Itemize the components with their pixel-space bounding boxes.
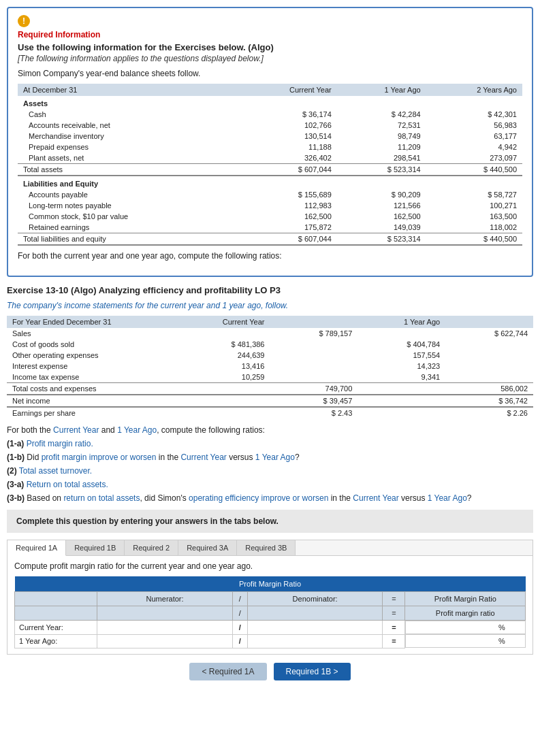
question-1b: (1-b) Did profit margin improve or worse… (7, 453, 533, 462)
question-2: (2) Total asset turnover. (7, 466, 533, 476)
row-label: Accounts receivable, net (18, 120, 237, 131)
tab-instruction: Compute profit margin ratio for the curr… (14, 561, 526, 571)
total-liabilities-y1: $ 523,314 (337, 233, 426, 246)
col-equals2: = (383, 606, 405, 621)
row-cy2: $ 39,457 (270, 395, 358, 407)
row-y1b (445, 339, 533, 350)
row-y1b: $ 36,742 (445, 395, 533, 407)
row-y2: $ 58,727 (426, 189, 522, 200)
eps-row: Earnings per share $ 2.43 $ 2.26 (7, 407, 533, 418)
row-y1a (358, 383, 445, 395)
cy-equals: = (383, 621, 405, 635)
y1-pct: % (498, 637, 505, 645)
profit-margin-table: Profit Margin Ratio Numerator: / Denomin… (14, 576, 526, 648)
prev-button[interactable]: < Required 1A (189, 663, 266, 680)
total-liabilities-row: Total liabilities and equity $ 607,044 $… (18, 233, 522, 246)
tab-content: Compute profit margin ratio for the curr… (7, 556, 533, 654)
y1-result-input[interactable] (410, 637, 498, 645)
tabs-container: Required 1A Required 1B Required 2 Requi… (7, 540, 533, 655)
questions-section: For both the Current Year and 1 Year Ago… (7, 425, 533, 503)
tabs-row: Required 1A Required 1B Required 2 Requi… (7, 540, 533, 556)
row-label: Net income (7, 395, 182, 407)
next-button[interactable]: Required 1B > (274, 663, 351, 680)
tab-required-3b[interactable]: Required 3B (237, 540, 296, 555)
row-y1: 98,749 (337, 131, 426, 142)
row-cy2 (270, 350, 358, 361)
income-col-y1b (445, 316, 533, 328)
income-col-label: For Year Ended December 31 (7, 316, 182, 328)
col-label: At December 31 (18, 84, 237, 96)
table-row: Current Year: / = % (15, 621, 526, 635)
row-y1: 11,209 (337, 142, 426, 152)
row-cy2 (270, 339, 358, 350)
row-label: Accounts payable (18, 189, 237, 200)
col-2years-ago: 2 Years Ago (426, 84, 522, 96)
row-y2: 56,983 (426, 120, 522, 131)
row-cy: $ 36,174 (237, 109, 337, 120)
col-result: Profit Margin Ratio (405, 592, 526, 606)
row-y1: 298,541 (337, 152, 426, 164)
cy-label: Current Year: (15, 621, 97, 635)
cy-denominator-input[interactable] (252, 623, 379, 631)
y1-numerator-cell[interactable] (97, 634, 233, 648)
row-y1: $ 90,209 (337, 189, 426, 200)
cy-numerator-cell[interactable] (97, 621, 233, 635)
row-cy: 162,500 (237, 211, 337, 222)
row-cy1: 13,416 (182, 361, 270, 372)
income-col-cy2 (270, 316, 358, 328)
y1-result-cell[interactable]: % (405, 634, 525, 648)
question-3b: (3-b) Based on return on total assets, d… (7, 493, 533, 503)
cy-numerator-input[interactable] (101, 623, 228, 631)
row-y1b (445, 361, 533, 372)
y1-denominator-input[interactable] (252, 637, 379, 645)
row-y1a (358, 395, 445, 407)
exercise-subheading: [The following information applies to th… (18, 54, 522, 63)
total-assets-y2: $ 440,500 (426, 164, 522, 176)
row-y2: 163,500 (426, 211, 522, 222)
info-box: ! Required Information Use the following… (7, 7, 533, 277)
table-row: Long-term notes payable 112,983 121,566 … (18, 200, 522, 211)
row-label: Prepaid expenses (18, 142, 237, 152)
tab-required-1b[interactable]: Required 1B (66, 540, 125, 555)
row-cy2: $ 789,157 (270, 328, 358, 339)
exercise-heading: Use the following information for the Ex… (18, 42, 522, 52)
total-assets-y1: $ 523,314 (337, 164, 426, 176)
row-cy2 (270, 361, 358, 372)
row-y1: 72,531 (337, 120, 426, 131)
col-blank3 (247, 606, 383, 621)
row-y2: 63,177 (426, 131, 522, 142)
row-y1a (358, 328, 445, 339)
row-cy1: $ 481,386 (182, 339, 270, 350)
row-y1a: $ 404,784 (358, 339, 445, 350)
row-label: Common stock, $10 par value (18, 211, 237, 222)
row-label: Cost of goods sold (7, 339, 182, 350)
tab-required-1a[interactable]: Required 1A (7, 540, 66, 556)
y1-denominator-cell[interactable] (247, 634, 383, 648)
row-cy: 130,514 (237, 131, 337, 142)
row-cy2: $ 2.43 (270, 407, 358, 418)
cy-result-input[interactable] (410, 623, 498, 631)
table-row: Accounts payable $ 155,689 $ 90,209 $ 58… (18, 189, 522, 200)
row-y1: 121,566 (337, 200, 426, 211)
cy-denominator-cell[interactable] (247, 621, 383, 635)
info-icon: ! (18, 15, 30, 27)
table-row: Cost of goods sold $ 481,386 $ 404,784 (7, 339, 533, 350)
assets-header: Assets (18, 96, 522, 109)
row-y2: 4,942 (426, 142, 522, 152)
y1-numerator-input[interactable] (101, 637, 228, 645)
row-y2: 118,002 (426, 222, 522, 233)
row-y2: 100,271 (426, 200, 522, 211)
table-row: Common stock, $10 par value 162,500 162,… (18, 211, 522, 222)
row-cy: 11,188 (237, 142, 337, 152)
tab-required-3a[interactable]: Required 3A (178, 540, 237, 555)
table-row: Total costs and expenses 749,700 586,002 (7, 383, 533, 395)
cy-result-cell[interactable]: % (405, 621, 525, 634)
row-y2: 273,097 (426, 152, 522, 164)
tab-required-2[interactable]: Required 2 (125, 540, 178, 555)
row-cy1 (182, 328, 270, 339)
row-cy2: 749,700 (270, 383, 358, 395)
balance-sheet-intro: Simon Company's year-end balance sheets … (18, 69, 522, 78)
col-1year-ago: 1 Year Ago (337, 84, 426, 96)
row-label: Interest expense (7, 361, 182, 372)
row-y1b (445, 372, 533, 383)
